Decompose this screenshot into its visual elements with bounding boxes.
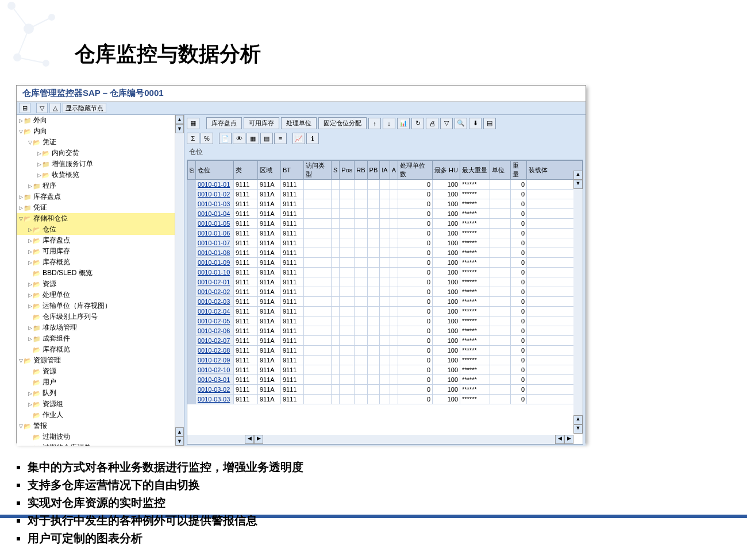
filter-icon[interactable]: ▽ (440, 118, 453, 129)
print-preview-icon[interactable]: 📄 (219, 133, 232, 144)
bin-link[interactable]: 0010-02-02 (196, 287, 234, 297)
tree-item[interactable]: ▷堆放场管理 (17, 322, 184, 333)
table-row[interactable]: 0010-02-029111911A91110100******0 (188, 287, 583, 297)
col-header[interactable]: 最大重量 (460, 161, 490, 180)
tree-arrow-icon[interactable]: ▷ (36, 172, 42, 178)
row-selector[interactable] (188, 336, 196, 346)
scroll-down-icon[interactable]: ▼ (573, 180, 583, 189)
table-row[interactable]: 0010-01-039111911A91110100******0 (188, 199, 583, 209)
tree-item[interactable]: ▽存储和仓位 (17, 213, 184, 224)
bin-link[interactable]: 0010-02-01 (196, 277, 234, 287)
tree-item[interactable]: ▷仓位 (17, 224, 184, 235)
row-selector[interactable] (188, 326, 196, 336)
tree-arrow-icon[interactable]: ▷ (27, 391, 33, 396)
scroll-down-icon[interactable]: ▼ (175, 124, 184, 133)
tree-item[interactable]: ▷成套组件 (17, 333, 184, 344)
refresh-icon[interactable]: ↻ (411, 118, 424, 129)
sum-icon[interactable]: Σ (187, 133, 199, 144)
table-row[interactable]: 0010-02-049111911A91110100******0 (188, 307, 583, 316)
tree-item[interactable]: 作业人 (17, 410, 184, 420)
bin-link[interactable]: 0010-01-04 (196, 209, 234, 219)
word-icon[interactable]: ▤ (260, 133, 273, 144)
tree-item[interactable]: ▽凭证 (17, 137, 184, 148)
tree-arrow-icon[interactable]: ▷ (36, 150, 42, 156)
col-header[interactable]: 访问类型 (304, 161, 332, 180)
table-row[interactable]: 0010-02-079111911A91110100******0 (188, 336, 583, 346)
tree-arrow-icon[interactable]: ▽ (27, 140, 33, 145)
tree-item[interactable]: ▷处理单位 (17, 289, 184, 300)
tree-item[interactable]: ▷资源组 (17, 399, 184, 410)
table-row[interactable]: 0010-01-059111911A91110100******0 (188, 219, 583, 229)
tree-item[interactable]: ▷增值服务订单 (17, 159, 184, 169)
col-header[interactable]: 处理单位数 (398, 161, 433, 180)
tree-arrow-icon[interactable]: ▷ (27, 249, 33, 254)
col-header[interactable]: PB (367, 161, 380, 180)
tree-arrow-icon[interactable]: ▷ (27, 303, 33, 309)
row-selector[interactable] (188, 209, 196, 219)
chart-icon[interactable]: 📊 (397, 118, 410, 129)
expand-icon[interactable]: ▽ (36, 103, 48, 113)
table-row[interactable]: 0010-01-049111911A91110100******0 (188, 209, 583, 219)
subtotal-icon[interactable]: % (201, 133, 213, 144)
bin-link[interactable]: 0010-02-03 (196, 297, 234, 307)
available-stock-button[interactable]: 可用库存 (244, 117, 279, 129)
tree-arrow-icon[interactable]: ▽ (18, 423, 24, 429)
export-icon[interactable]: ⬇ (469, 118, 482, 129)
scroll-down-icon[interactable]: ▼ (573, 424, 583, 434)
bin-link[interactable]: 0010-03-03 (196, 395, 234, 404)
table-row[interactable]: 0010-01-079111911A91110100******0 (188, 238, 583, 248)
layout-icon[interactable]: ⊞ (19, 103, 30, 113)
tree-item[interactable]: 过期波动 (17, 431, 184, 442)
row-selector[interactable] (188, 395, 196, 404)
bin-link[interactable]: 0010-01-03 (196, 199, 234, 209)
tree-arrow-icon[interactable]: ▷ (27, 336, 33, 342)
tree-arrow-icon[interactable]: ▷ (36, 161, 42, 167)
row-selector[interactable] (188, 199, 196, 209)
tree-arrow-icon[interactable]: ▷ (27, 325, 33, 331)
table-row[interactable]: 0010-02-069111911A91110100******0 (188, 326, 583, 336)
row-selector[interactable] (188, 287, 196, 297)
table-row[interactable]: 0010-02-059111911A91110100******0 (188, 316, 583, 326)
row-selector[interactable] (188, 307, 196, 316)
row-selector[interactable] (188, 248, 196, 258)
bin-link[interactable]: 0010-02-09 (196, 356, 234, 365)
grid-horizontal-scrollbar[interactable]: ◀ ▶ ◀ ▶ (187, 435, 573, 444)
tree-item[interactable]: 资源 (17, 366, 184, 377)
table-row[interactable]: 0010-03-019111911A91110100******0 (188, 375, 583, 385)
scroll-right-icon[interactable]: ▶ (564, 435, 573, 444)
col-header[interactable]: 仓位 (196, 161, 234, 180)
col-header[interactable]: Pos (340, 161, 355, 180)
table-row[interactable]: 0010-02-099111911A91110100******0 (188, 356, 583, 365)
table-row[interactable]: 0010-01-099111911A91110100******0 (188, 258, 583, 268)
row-selector[interactable] (188, 219, 196, 229)
table-row[interactable]: 0010-01-089111911A91110100******0 (188, 248, 583, 258)
tree-arrow-icon[interactable]: ▷ (27, 292, 33, 298)
select-all-header[interactable]: ⎘ (188, 161, 196, 180)
table-row[interactable]: 0010-02-109111911A91110100******0 (188, 365, 583, 375)
tree-item[interactable]: ▷程序 (17, 180, 184, 191)
tree-item[interactable]: ▽资源管理 (17, 355, 184, 366)
tree-item[interactable]: ▷库存盘点 (17, 235, 184, 246)
detail-icon[interactable]: ▦ (187, 118, 199, 129)
table-row[interactable]: 0010-01-109111911A91110100******0 (188, 268, 583, 277)
view-icon[interactable]: 👁 (233, 133, 245, 144)
table-row[interactable]: 0010-01-029111911A91110100******0 (188, 190, 583, 199)
bin-link[interactable]: 0010-01-06 (196, 229, 234, 238)
bin-link[interactable]: 0010-02-10 (196, 365, 234, 375)
table-row[interactable]: 0010-03-029111911A91110100******0 (188, 385, 583, 395)
col-header[interactable]: BT (281, 161, 304, 180)
tree-item[interactable]: ▷可用库存 (17, 246, 184, 257)
sort-desc-icon[interactable]: ↓ (383, 118, 395, 129)
col-header[interactable]: 区域 (258, 161, 281, 180)
table-row[interactable]: 0010-01-019111911A91110100******0 (188, 180, 583, 190)
bin-link[interactable]: 0010-02-06 (196, 326, 234, 336)
tree-arrow-icon[interactable]: ▷ (27, 281, 33, 287)
col-header[interactable]: 单位 (490, 161, 511, 180)
row-selector[interactable] (188, 316, 196, 326)
col-header[interactable]: 最多 HU (433, 161, 460, 180)
bin-link[interactable]: 0010-03-01 (196, 375, 234, 385)
collapse-icon[interactable]: △ (49, 103, 61, 113)
tree-item[interactable]: 仓库级别上序列号 (17, 311, 184, 322)
col-header[interactable]: 重量 (511, 161, 527, 180)
tree-arrow-icon[interactable]: ▽ (18, 129, 24, 134)
